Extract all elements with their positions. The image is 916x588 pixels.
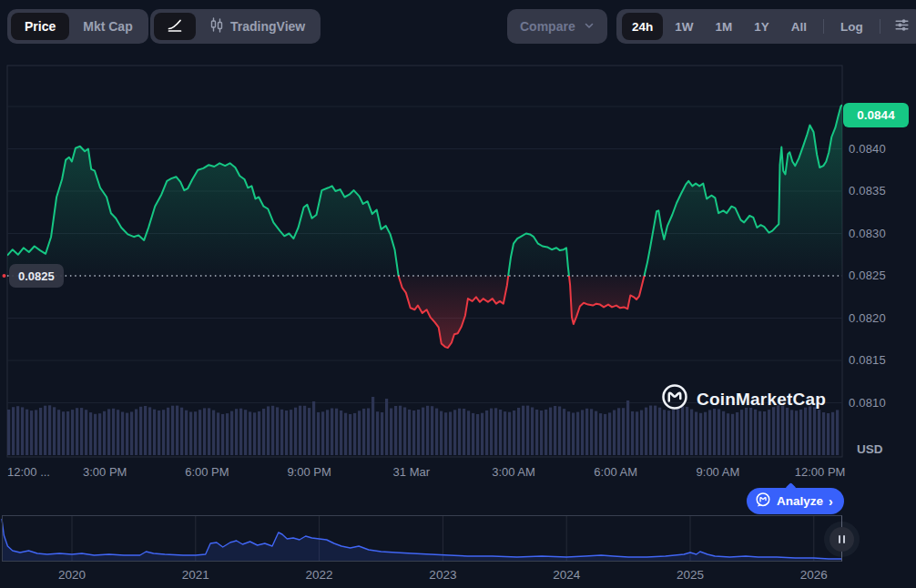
sliders-icon (894, 17, 910, 35)
y-axis-label: 0.0830 (849, 227, 886, 240)
minimap-brush-handle[interactable] (829, 527, 854, 552)
compare-button[interactable]: Compare (507, 9, 607, 44)
log-scale-button[interactable]: Log (830, 13, 873, 40)
separator (880, 19, 880, 34)
range-24h-button[interactable]: 24h (622, 13, 663, 40)
y-axis-label: 0.0815 (849, 353, 886, 367)
minimap-year-label: 2025 (677, 568, 704, 582)
minimap-year-label: 2024 (553, 568, 580, 582)
baseline-price-label: 0.0825 (9, 264, 64, 288)
x-axis-label: 6:00 PM (185, 465, 229, 479)
price-tab[interactable]: Price (11, 13, 69, 40)
analyze-label: Analyze (777, 494, 823, 508)
minimap-year-label: 2022 (306, 568, 333, 582)
range-all-button[interactable]: All (781, 13, 817, 40)
compare-label: Compare (520, 19, 575, 34)
tradingview-button[interactable]: TradingView (198, 13, 317, 40)
x-axis-label: 3:00 AM (492, 465, 535, 479)
watermark-text: CoinMarketCap (697, 390, 826, 410)
x-axis-label: 31 Mar (393, 465, 430, 479)
current-price-badge: 0.0844 (843, 103, 909, 127)
cmc-logo-icon (661, 383, 688, 415)
y-axis-label: 0.0835 (849, 184, 886, 198)
minimap-year-label: 2021 (182, 568, 209, 582)
cmc-chat-bubble-icon (755, 492, 771, 511)
minimap-brush[interactable] (2, 515, 842, 562)
range-1y-button[interactable]: 1Y (744, 13, 779, 40)
minimap-year-label: 2023 (429, 568, 456, 582)
separator (823, 19, 824, 34)
analyze-button[interactable]: Analyze › (747, 488, 844, 514)
chevron-right-icon: › (829, 495, 833, 508)
x-axis-label: 9:00 PM (287, 465, 331, 479)
y-axis-label: 0.0840 (849, 142, 886, 156)
x-axis-label: 6:00 AM (594, 465, 637, 479)
mktcap-tab[interactable]: Mkt Cap (71, 13, 144, 40)
x-axis-label: 12:00 ... (7, 465, 50, 479)
x-axis-label: 9:00 AM (697, 465, 740, 479)
minimap-year-label: 2020 (58, 568, 86, 582)
chevron-down-icon (584, 19, 595, 34)
y-axis-label: 0.0810 (849, 396, 886, 410)
price-mktcap-toggle: Price Mkt Cap (7, 9, 148, 44)
range-1m-button[interactable]: 1M (706, 13, 743, 40)
coinmarketcap-price-chart-page: { "toolbar": { "mode_toggle": {"options"… (0, 0, 916, 588)
line-chart-icon (167, 18, 183, 35)
candlestick-icon (209, 17, 224, 35)
minimap-year-label: 2026 (800, 568, 828, 582)
tradingview-label: TradingView (230, 19, 305, 34)
x-axis-label: 3:00 PM (83, 465, 127, 479)
y-axis-unit: USD (857, 442, 883, 456)
chart-settings-button[interactable] (887, 13, 916, 40)
line-chart-type-button[interactable] (154, 13, 196, 40)
range-1w-button[interactable]: 1W (665, 13, 703, 40)
chart-type-toggle: TradingView (150, 9, 321, 44)
coinmarketcap-watermark: CoinMarketCap (661, 383, 826, 415)
y-axis-label: 0.0825 (849, 269, 886, 282)
range-selector: 24h 1W 1M 1Y All Log (616, 9, 916, 44)
x-axis-label: 12:00 PM (795, 465, 846, 479)
y-axis-label: 0.0820 (849, 311, 886, 325)
